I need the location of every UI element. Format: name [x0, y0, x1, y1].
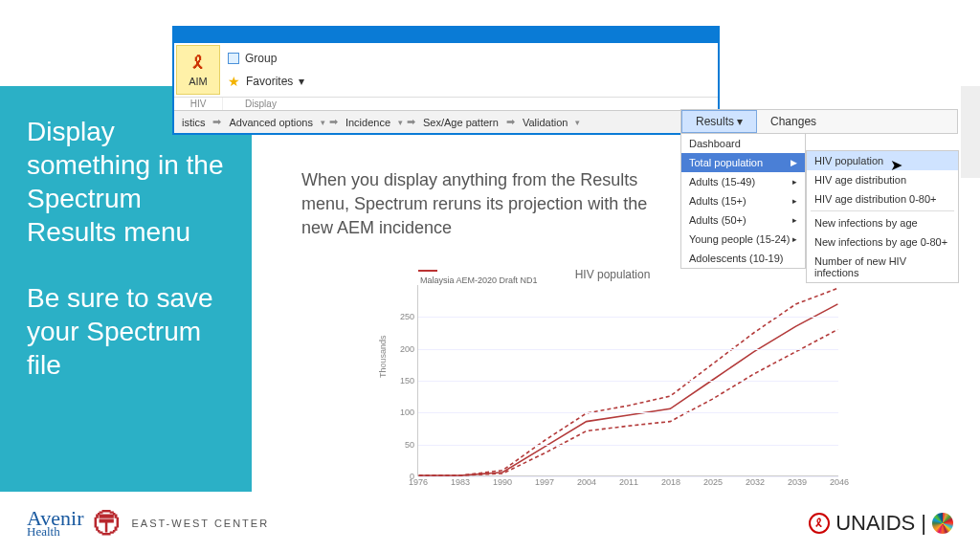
- submenu-arrow-icon: ▸: [792, 215, 797, 225]
- mi-dashboard[interactable]: Dashboard: [681, 134, 805, 153]
- y-tick-label: 50: [405, 440, 418, 450]
- mi-adults-50[interactable]: Adults (50+)▸: [681, 210, 805, 230]
- explanatory-text: When you display anything from the Resul…: [301, 168, 656, 241]
- submenu-arrow-icon: ▸: [792, 234, 797, 244]
- y-tick-label: 100: [400, 408, 418, 417]
- y-tick-label: 250: [400, 312, 418, 321]
- mi-young[interactable]: Young people (15-24)▸: [681, 230, 805, 249]
- side-panel: Display something in the Spectrum Result…: [0, 86, 252, 492]
- x-tick-label: 2046: [830, 475, 849, 487]
- unaids-text: UNAIDS: [835, 511, 915, 536]
- aim-label: AIM: [189, 76, 208, 87]
- y-tick-label: 200: [400, 344, 418, 354]
- chart-plot-area: Malaysia AEM-2020 Draft ND1 050100150200…: [417, 285, 838, 476]
- ribbon: 🎗 AIM Group ★ Favorites ▾: [174, 43, 718, 97]
- unaids-ribbon-icon: 🎗: [809, 513, 830, 534]
- x-tick-label: 2011: [619, 475, 638, 487]
- hiv-group-label: HIV: [174, 98, 222, 110]
- x-tick-label: 2032: [746, 475, 765, 487]
- chevron-down-icon: ▾: [575, 118, 580, 127]
- favorites-button[interactable]: ★ Favorites ▾: [228, 74, 712, 89]
- x-tick-label: 2039: [788, 475, 807, 487]
- chevron-down-icon: ▾: [299, 75, 304, 88]
- submenu-arrow-icon: ▸: [792, 177, 797, 187]
- y-tick-label: 150: [400, 376, 418, 386]
- aim-button[interactable]: 🎗 AIM: [176, 45, 220, 95]
- mi-total-population[interactable]: Total population▶: [681, 153, 805, 172]
- ewc-label: EAST-WEST CENTER: [131, 518, 269, 529]
- ribbon-icon: 🎗: [189, 54, 207, 74]
- arrow-icon: ➡: [329, 116, 338, 128]
- tab-statistics[interactable]: istics: [178, 117, 209, 128]
- titlebar: [174, 28, 718, 43]
- tab-incidence[interactable]: Incidence: [342, 117, 394, 128]
- tab-bar: istics ➡ Advanced options▾ ➡ Incidence▾ …: [174, 110, 718, 133]
- favorites-label: Favorites: [246, 75, 293, 88]
- mi-hiv-age-80[interactable]: HIV age distribution 0-80+: [807, 189, 958, 209]
- menu-strip: Results ▾ Changes: [680, 109, 958, 134]
- display-group-label: Display: [222, 98, 299, 110]
- arrow-icon: ➡: [407, 116, 415, 128]
- totalpop-submenu: HIV population HIV age distribution HIV …: [806, 150, 959, 283]
- chevron-down-icon: ▾: [737, 115, 743, 128]
- results-dropdown: Dashboard Total population▶ Adults (15-4…: [680, 133, 806, 269]
- arrow-icon: ➡: [506, 116, 515, 128]
- sdg-wheel-icon: [932, 513, 953, 534]
- submenu-arrow-icon: ▸: [792, 196, 797, 206]
- footer-left: Avenir Health 〶 EAST-WEST CENTER: [27, 509, 269, 539]
- changes-menu[interactable]: Changes: [757, 110, 830, 133]
- chart: HIV population Thousands Malaysia AEM-20…: [383, 268, 842, 497]
- ewc-mark-icon: 〶: [95, 509, 120, 539]
- x-tick-label: 2018: [661, 475, 680, 487]
- menu-separator: [811, 210, 954, 211]
- arrow-icon: ➡: [212, 116, 221, 128]
- x-tick-label: 1997: [535, 475, 554, 487]
- x-tick-label: 2004: [577, 475, 596, 487]
- submenu-arrow-icon: ▶: [791, 158, 797, 167]
- legend-line: [418, 270, 437, 272]
- mi-adults-15[interactable]: Adults (15+)▸: [681, 191, 805, 210]
- footer: Avenir Health 〶 EAST-WEST CENTER 🎗 UNAID…: [0, 496, 980, 551]
- chevron-down-icon: ▾: [398, 118, 403, 127]
- star-icon: ★: [228, 74, 240, 89]
- mi-adolescents[interactable]: Adolescents (10-19): [681, 249, 805, 268]
- tab-advanced[interactable]: Advanced options: [225, 117, 316, 128]
- group-button[interactable]: Group: [228, 52, 712, 65]
- x-tick-label: 1983: [451, 475, 470, 487]
- x-tick-label: 1990: [493, 475, 512, 487]
- mi-new-age[interactable]: New infections by age: [807, 213, 958, 232]
- mi-hiv-age[interactable]: HIV age distribution: [807, 170, 958, 189]
- changes-label: Changes: [770, 115, 816, 128]
- results-menu[interactable]: Results ▾: [681, 110, 757, 133]
- side-text-2: Be sure to save your Spectrum file: [27, 281, 225, 382]
- tab-validation[interactable]: Validation: [519, 117, 572, 128]
- results-label: Results: [696, 115, 734, 128]
- chevron-down-icon: ▾: [321, 118, 325, 127]
- unaids-logo: 🎗 UNAIDS |: [809, 511, 953, 536]
- x-tick-label: 1976: [409, 475, 428, 487]
- x-tick-label: 2025: [703, 475, 723, 487]
- decorative-strip: [961, 86, 980, 178]
- y-axis-label: Thousands: [378, 335, 388, 378]
- tab-sexage[interactable]: Sex/Age pattern: [419, 117, 502, 128]
- group-icon: [228, 53, 239, 64]
- side-text-1: Display something in the Spectrum Result…: [27, 115, 225, 249]
- mi-adults-15-49[interactable]: Adults (15-49)▸: [681, 172, 805, 191]
- series-label: Malaysia AEM-2020 Draft ND1: [420, 276, 538, 285]
- mi-new-age-80[interactable]: New infections by age 0-80+: [807, 232, 958, 252]
- group-label: Group: [245, 52, 277, 65]
- spectrum-window: 🎗 AIM Group ★ Favorites ▾ HIV Display is…: [172, 26, 720, 135]
- avenir-logo: Avenir Health: [27, 510, 83, 537]
- mi-hiv-population[interactable]: HIV population: [807, 151, 958, 170]
